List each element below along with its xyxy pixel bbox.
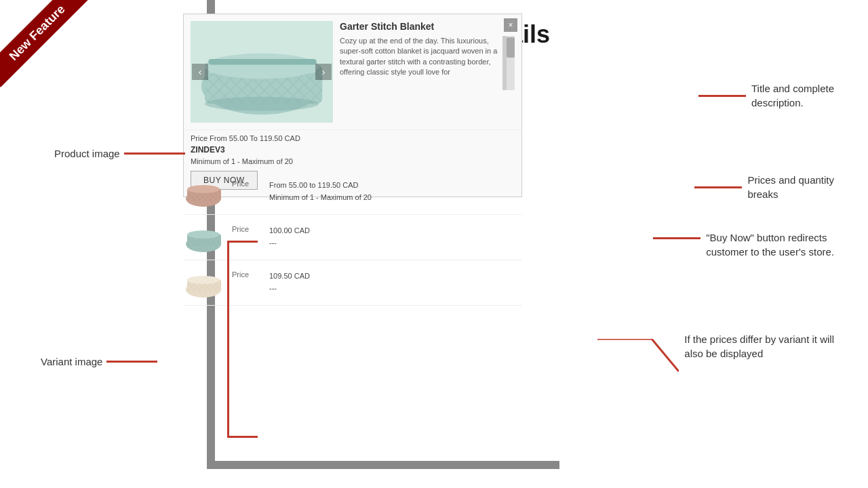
variant-image-1 [183, 175, 224, 209]
svg-point-18 [187, 276, 220, 284]
variant-image-3 [183, 266, 224, 300]
annotation-variant-price: If the prices differ by variant it willa… [597, 332, 834, 375]
new-feature-ribbon: New Feature [0, 0, 108, 108]
annotation-variant-image-line [106, 361, 157, 363]
variant-price-detail-2: 100.00 CAD --- [269, 225, 310, 249]
annotation-variant-image: Variant image [41, 356, 157, 367]
bracket-bottom [227, 436, 258, 438]
annotation-variant-price-line-container [597, 339, 679, 375]
ribbon-text: New Feature [0, 0, 92, 87]
variant-price-label-3: Price [232, 270, 256, 279]
bottom-border-decoration [207, 461, 559, 469]
annotation-variant-image-text: Variant image [41, 356, 102, 367]
annotation-variant-price-arrow [597, 339, 679, 373]
annotation-title-text: Title and completedescription. [751, 81, 834, 110]
svg-point-6 [205, 97, 319, 111]
modal-product-title: Garter Stitch Blanket [340, 21, 515, 32]
variant-image-svg-2 [183, 220, 224, 254]
annotation-buynow-line [653, 237, 701, 239]
annotation-prices-text: Prices and quantitybreaks [747, 173, 834, 201]
bracket-top [227, 241, 258, 243]
variant-row: Price 100.00 CAD --- [183, 215, 522, 260]
scrollbar[interactable] [507, 36, 515, 90]
annotation-product-image-text: Product image [54, 148, 120, 159]
annotation-title: Title and completedescription. [698, 81, 834, 110]
annotation-product-image: Product image [54, 148, 185, 159]
annotation-product-image-line [124, 152, 185, 155]
annotation-prices-line [694, 186, 742, 188]
variant-price-label-2: Price [232, 225, 256, 233]
variant-image-2 [183, 220, 224, 254]
modal-product-image: ‹ › [191, 21, 333, 123]
svg-point-14 [187, 230, 220, 239]
variant-image-svg-3 [183, 266, 224, 300]
variant-info-2: Price 100.00 CAD --- [232, 225, 310, 249]
variant-row: Price From 55.00 to 119.50 CAD Minimum o… [183, 169, 522, 215]
svg-point-10 [187, 185, 220, 193]
variant-info-3: Price 109.50 CAD --- [232, 270, 310, 294]
modal-close-button[interactable]: × [504, 18, 517, 32]
variant-info-1: Price From 55.00 to 119.50 CAD Minimum o… [232, 180, 372, 203]
modal-product-info: Garter Stitch Blanket Cozy up at the end… [340, 21, 515, 123]
variant-price-detail-3: 109.50 CAD --- [269, 270, 310, 294]
modal-qty: Minimum of 1 - Maximum of 20 [191, 157, 515, 165]
annotation-title-line [698, 95, 746, 97]
variant-image-svg-1 [183, 175, 224, 209]
variant-price-label-1: Price [232, 180, 256, 188]
variant-row: Price 109.50 CAD --- [183, 260, 522, 306]
svg-rect-5 [208, 59, 317, 64]
image-prev-button[interactable]: ‹ [192, 64, 208, 80]
modal-product-description: Cozy up at the end of the day. This luxu… [340, 36, 507, 90]
annotation-prices: Prices and quantitybreaks [694, 173, 834, 201]
product-image-svg [191, 21, 333, 123]
modal-price-range: Price From 55.00 To 119.50 CAD [191, 134, 515, 142]
scroll-thumb [507, 37, 515, 58]
annotation-buynow-text: "Buy Now" button redirectscustomer to th… [706, 230, 834, 259]
annotation-buynow: "Buy Now" button redirectscustomer to th… [653, 230, 834, 259]
modal-sku: ZINDEV3 [191, 145, 515, 155]
variant-price-detail-1: From 55.00 to 119.50 CAD Minimum of 1 - … [269, 180, 372, 203]
bracket-vertical [227, 241, 229, 437]
variants-list: Price From 55.00 to 119.50 CAD Minimum o… [183, 169, 522, 306]
image-next-button[interactable]: › [315, 64, 332, 80]
annotation-variant-price-text: If the prices differ by variant it willa… [684, 332, 834, 361]
